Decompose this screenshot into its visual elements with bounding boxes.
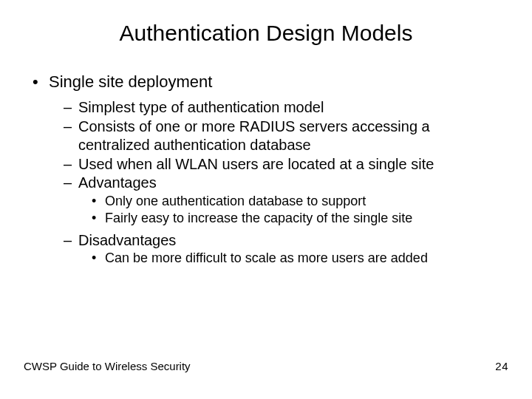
l2-text: Used when all WLAN users are located at … — [78, 156, 434, 172]
bullet-level2-continuation: centralized authentication database — [24, 137, 510, 154]
page-number: 24 — [495, 360, 508, 372]
l2-text: Advantages — [78, 174, 157, 191]
bullet-level2: –Advantages — [24, 174, 510, 192]
dash-icon: – — [64, 118, 78, 136]
l3-text: Fairly easy to increase the capacity of … — [105, 211, 412, 225]
l2-text: Simplest type of authentication model — [78, 99, 324, 115]
bullet-level3: •Can be more difficult to scale as more … — [24, 250, 510, 267]
bullet-level2: –Consists of one or more RADIUS servers … — [24, 118, 510, 136]
dash-icon: – — [64, 99, 78, 117]
bullet-icon: • — [92, 194, 105, 210]
bullet-level2: –Disadvantages — [24, 232, 510, 250]
slide-footer: CWSP Guide to Wireless Security 24 — [24, 360, 508, 372]
slide-title: Authentication Design Models — [0, 21, 532, 46]
bullet-level1: •Single site deployment — [24, 72, 510, 92]
dash-icon: – — [64, 232, 78, 250]
bullet-level2: –Used when all WLAN users are located at… — [24, 156, 510, 174]
slide-content: •Single site deployment –Simplest type o… — [0, 72, 532, 267]
footer-source: CWSP Guide to Wireless Security — [24, 360, 191, 372]
bullet-icon: • — [33, 72, 49, 92]
l3-text: Only one authentication database to supp… — [105, 194, 366, 208]
dash-icon: – — [64, 156, 78, 174]
dash-icon: – — [64, 174, 78, 192]
l2-text: Disadvantages — [78, 232, 176, 248]
l3-text: Can be more difficult to scale as more u… — [105, 250, 428, 265]
bullet-level3: •Fairly easy to increase the capacity of… — [24, 211, 510, 227]
bullet-icon: • — [92, 250, 105, 267]
bullet-level3: •Only one authentication database to sup… — [24, 194, 510, 210]
l2-text: centralized authentication database — [78, 137, 311, 153]
l1-text: Single site deployment — [49, 72, 212, 91]
bullet-level2: –Simplest type of authentication model — [24, 99, 510, 117]
l2-text: Consists of one or more RADIUS servers a… — [78, 118, 430, 134]
bullet-icon: • — [92, 211, 105, 227]
